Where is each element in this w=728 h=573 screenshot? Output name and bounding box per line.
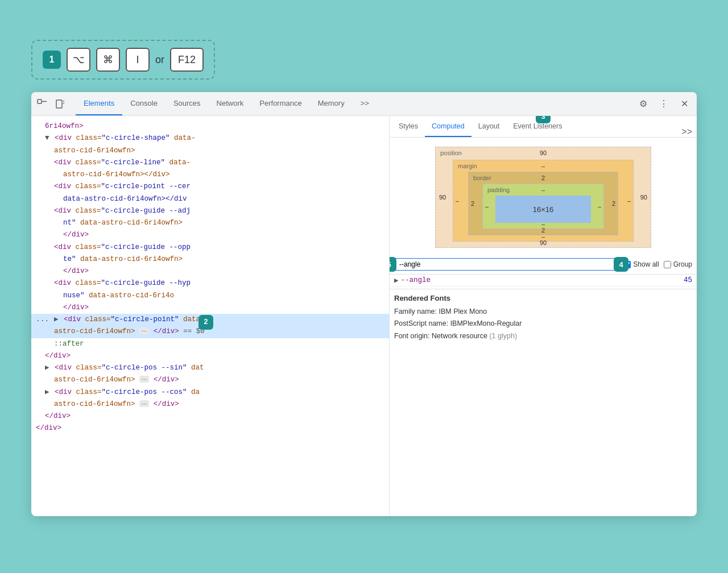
dom-circle-pos-cos: ▶ <div class="c-circle-pos --cos" da — [31, 387, 389, 398]
filter-input[interactable] — [394, 258, 619, 271]
key-cmd: ⌘ — [96, 48, 120, 72]
padding-right: – — [598, 203, 601, 210]
key-i: I — [126, 48, 150, 72]
right-tab-layout[interactable]: Layout — [471, 116, 507, 137]
ellipsis-button[interactable]: ··· — [139, 327, 149, 334]
three-dot: ··· — [36, 315, 49, 327]
dom-line: ▼ <div class="c-circle-shape" data- — [31, 132, 389, 144]
devtools-body: 6ri4owfn> ▼ <div class="c-circle-shape" … — [31, 116, 697, 516]
dom-line: astro-cid-6ri4owfn> — [31, 145, 389, 157]
rendered-fonts-postscript: PostScript name: IBMPlexMono-Regular — [394, 318, 692, 330]
dom-line: </div> — [31, 265, 389, 277]
css-prop-row[interactable]: ▶ --angle 45 — [390, 275, 697, 286]
dom-line: <div class="c-circle-line" data- — [31, 157, 389, 169]
padding-left: – — [485, 203, 489, 210]
toolbar-icons — [36, 98, 67, 110]
border-layer: border 2 2 2 padding – – – — [468, 172, 618, 235]
margin-top: – — [541, 163, 545, 169]
tab-network[interactable]: Network — [209, 92, 252, 115]
right-tabs: 3 Styles Computed Layout Event Listeners… — [390, 116, 697, 138]
step1-badge: 1 — [43, 51, 61, 69]
padding-layer: padding – – – 16×16 – — [482, 184, 604, 229]
tab-more[interactable]: >> — [353, 92, 377, 115]
badge5: 5 — [390, 257, 396, 272]
border-top: 2 — [541, 175, 545, 181]
or-text: or — [155, 54, 164, 66]
margin-label: margin — [458, 163, 477, 169]
position-layer: position 90 90 90 margin – – – borde — [435, 147, 651, 248]
position-left: 90 — [439, 194, 446, 201]
border-left: 2 — [471, 200, 474, 207]
dom-line: <div class="c-circle-point --cer — [31, 181, 389, 193]
rendered-fonts-origin: Font origin: Network resource (1 glyph) — [394, 330, 692, 342]
devtools-window: Elements Console Sources Network Perform… — [31, 92, 697, 516]
dom-line: <div class="c-circle-guide --adj — [31, 205, 389, 217]
rendered-fonts-family: Family name: IBM Plex Mono — [394, 306, 692, 318]
right-panel: 3 Styles Computed Layout Event Listeners… — [390, 116, 697, 516]
tab-elements[interactable]: Elements — [76, 92, 122, 115]
ellipsis-button3[interactable]: ··· — [139, 400, 149, 407]
badge4: 4 — [614, 257, 628, 272]
dom-line: </div> — [31, 302, 389, 314]
svg-rect-0 — [38, 99, 42, 103]
badge3: 3 — [536, 116, 551, 123]
dom-circle-pos-cos2: astro-cid-6ri4owfn> ··· </div> — [31, 398, 389, 410]
dom-closediv: </div> — [31, 350, 389, 362]
devtools-toolbar: Elements Console Sources Network Perform… — [31, 92, 697, 116]
right-tab-more[interactable]: >> — [679, 127, 694, 137]
tab-sources[interactable]: Sources — [166, 92, 209, 115]
dom-line: </div> — [31, 229, 389, 241]
dom-line: nuse" data-astro-cid-6ri4o — [31, 290, 389, 302]
dom-line: te" data-astro-cid-6ri4owfn> — [31, 254, 389, 265]
rendered-fonts-section: Rendered Fonts Family name: IBM Plex Mon… — [390, 289, 697, 347]
dom-line: nt" data-astro-cid-6ri4owfn> — [31, 217, 389, 229]
more-options-icon[interactable]: ⋮ — [656, 96, 672, 112]
position-bottom: 90 — [540, 239, 547, 246]
css-property-name: --angle — [401, 276, 431, 284]
css-triangle-icon: ▶ — [394, 276, 399, 285]
padding-label: padding — [487, 186, 510, 193]
tab-memory[interactable]: Memory — [310, 92, 353, 115]
dom-line: data-astro-cid-6ri4owfn></div — [31, 193, 389, 205]
group-checkbox-container: Group — [664, 260, 692, 268]
close-icon[interactable]: ✕ — [676, 96, 692, 112]
padding-top: – — [541, 186, 545, 193]
box-model: position 90 90 90 margin – – – borde — [435, 147, 651, 248]
margin-left: – — [456, 197, 459, 204]
dom-line: 6ri4owfn> — [31, 121, 389, 132]
content-box: 16×16 — [495, 196, 591, 223]
show-all-label: Show all — [633, 260, 659, 268]
dom-circle-pos-sin2: astro-cid-6ri4owfn> ··· </div> — [31, 374, 389, 386]
dom-panel: 6ri4owfn> ▼ <div class="c-circle-shape" … — [31, 116, 390, 516]
css-property-value: 45 — [684, 276, 692, 284]
border-label: border — [473, 175, 491, 181]
dom-line: <div class="c-circle-guide --opp — [31, 242, 389, 254]
toolbar-right: ⚙ ⋮ ✕ — [635, 96, 692, 112]
right-tab-computed[interactable]: Computed — [425, 116, 471, 137]
dom-closediv3: </div> — [31, 422, 389, 434]
show-all-checkbox-container: Show all — [623, 260, 659, 268]
step1-box: 1 ⌥ ⌘ I or F12 — [31, 40, 215, 80]
tab-performance[interactable]: Performance — [251, 92, 309, 115]
key-f12: F12 — [170, 48, 204, 72]
dom-after-line: ::after — [31, 338, 389, 350]
border-right: 2 — [612, 200, 615, 207]
ellipsis-button2[interactable]: ··· — [139, 376, 149, 383]
inspect-icon[interactable] — [36, 98, 48, 110]
position-label: position — [440, 150, 462, 156]
dom-line: astro-cid-6ri4owfn></div> — [31, 169, 389, 181]
margin-layer: margin – – – border 2 2 2 — [453, 160, 634, 242]
right-tab-styles[interactable]: Styles — [392, 116, 425, 137]
dom-circle-pos-sin: ▶ <div class="c-circle-pos --sin" dat — [31, 362, 389, 374]
tab-console[interactable]: Console — [122, 92, 166, 115]
tab-list: Elements Console Sources Network Perform… — [76, 92, 377, 115]
box-model-area: position 90 90 90 margin – – – borde — [390, 138, 697, 255]
device-icon[interactable] — [54, 98, 67, 110]
group-checkbox[interactable] — [664, 261, 671, 268]
dom-closediv2: </div> — [31, 410, 389, 422]
svg-rect-2 — [56, 100, 62, 108]
dom-content: 6ri4owfn> ▼ <div class="c-circle-shape" … — [31, 116, 389, 516]
settings-icon[interactable]: ⚙ — [635, 96, 651, 112]
badge2: 2 — [198, 315, 213, 330]
group-label: Group — [673, 260, 692, 268]
